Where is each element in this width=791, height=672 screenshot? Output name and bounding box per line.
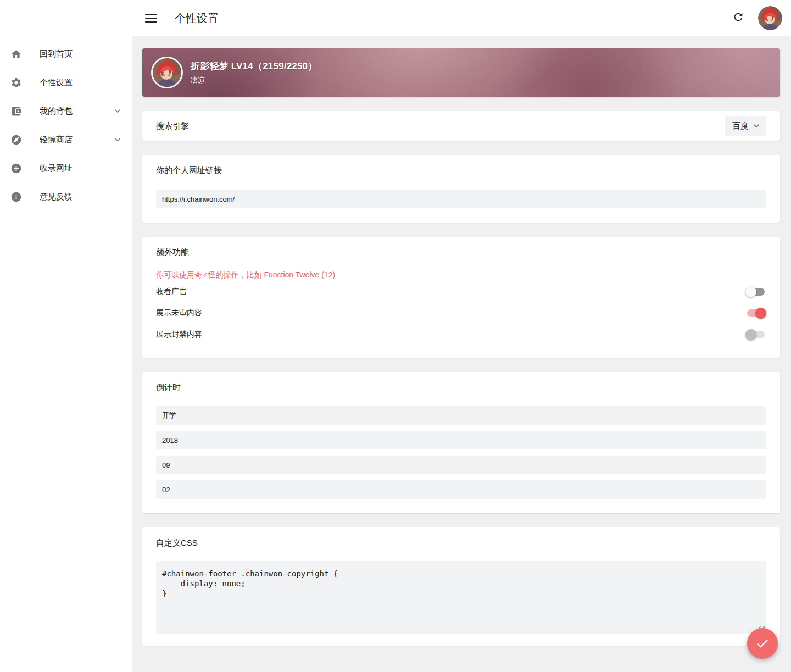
custom-css-title: 自定义CSS bbox=[156, 538, 766, 548]
personal-url-card: 你的个人网址链接 bbox=[142, 155, 780, 223]
avatar-image bbox=[758, 6, 782, 30]
custom-css-textarea[interactable]: #chainwon-footer .chainwon-copyright { d… bbox=[156, 561, 766, 634]
toggle-show-unreviewed[interactable] bbox=[745, 308, 766, 319]
profile-banner: 折影轻梦 LV14（2159/2250） 凄凉 bbox=[142, 48, 780, 97]
custom-css-wrap: #chainwon-footer .chainwon-copyright { d… bbox=[156, 561, 766, 634]
toggle-label: 收看广告 bbox=[156, 287, 187, 297]
user-avatar[interactable] bbox=[758, 6, 782, 30]
check-icon bbox=[755, 636, 770, 651]
extra-features-card: 额外功能 你可以使用奇♂怪的操作，比如 Function Twelve (12)… bbox=[142, 237, 780, 358]
search-engine-select[interactable]: 百度 bbox=[725, 116, 766, 136]
avatar-image bbox=[153, 58, 181, 87]
sidebar-item-label: 轻惋商店 bbox=[40, 135, 112, 145]
countdown-day-input[interactable] bbox=[156, 480, 766, 499]
app-header: 个性设置 bbox=[0, 0, 791, 36]
search-engine-label: 搜索引擎 bbox=[156, 121, 189, 131]
sidebar-item-submit-url[interactable]: 收录网址 bbox=[0, 154, 132, 182]
wallet-icon bbox=[10, 105, 22, 117]
footer-copyright: Copyright © 2018 轻惋导航. All rights reserv… bbox=[142, 660, 780, 672]
sidebar-item-settings[interactable]: 个性设置 bbox=[0, 68, 132, 97]
toggle-row-banned: 展示封禁内容 bbox=[156, 325, 766, 345]
countdown-year-input[interactable] bbox=[156, 431, 766, 449]
search-engine-selected: 百度 bbox=[732, 121, 749, 131]
toggle-show-banned[interactable] bbox=[745, 329, 766, 340]
main-content: 折影轻梦 LV14（2159/2250） 凄凉 搜索引擎 百度 你的个人网址链接… bbox=[132, 36, 791, 672]
sidebar-item-label: 我的背包 bbox=[40, 106, 112, 116]
refresh-icon bbox=[732, 11, 744, 25]
toggle-label: 展示未审内容 bbox=[156, 308, 202, 318]
chevron-down-icon bbox=[112, 105, 123, 116]
sidebar-item-label: 回到首页 bbox=[40, 49, 123, 59]
personal-url-input[interactable] bbox=[156, 190, 766, 208]
toggle-watch-ads[interactable] bbox=[745, 286, 766, 297]
countdown-name-input[interactable] bbox=[156, 406, 766, 425]
extra-features-title: 额外功能 bbox=[156, 247, 766, 258]
profile-texts: 折影轻梦 LV14（2159/2250） 凄凉 bbox=[191, 60, 317, 85]
countdown-title: 倒计时 bbox=[156, 382, 766, 393]
toggle-label: 展示封禁内容 bbox=[156, 330, 202, 340]
sidebar-item-home[interactable]: 回到首页 bbox=[0, 40, 132, 68]
custom-css-card: 自定义CSS #chainwon-footer .chainwon-copyri… bbox=[142, 527, 780, 646]
personal-url-label: 你的个人网址链接 bbox=[156, 165, 766, 176]
add-circle-icon bbox=[10, 162, 22, 174]
sidebar-item-store[interactable]: 轻惋商店 bbox=[0, 125, 132, 154]
toggle-row-unreviewed: 展示未审内容 bbox=[156, 303, 766, 323]
countdown-month-input[interactable] bbox=[156, 456, 766, 474]
home-icon bbox=[10, 48, 22, 60]
toggle-row-ads: 收看广告 bbox=[156, 282, 766, 302]
sidebar-item-feedback[interactable]: 意见反馈 bbox=[0, 182, 132, 211]
chevron-down-icon bbox=[112, 134, 123, 145]
refresh-button[interactable] bbox=[728, 8, 748, 28]
countdown-card: 倒计时 bbox=[142, 372, 780, 513]
page-title: 个性设置 bbox=[175, 11, 728, 26]
sidebar-item-backpack[interactable]: 我的背包 bbox=[0, 97, 132, 125]
sidebar-item-label: 收录网址 bbox=[40, 163, 123, 174]
gear-icon bbox=[10, 76, 22, 88]
menu-icon[interactable] bbox=[145, 14, 157, 23]
chevron-down-icon bbox=[751, 120, 762, 131]
compass-icon bbox=[10, 134, 22, 146]
profile-avatar[interactable] bbox=[151, 57, 183, 88]
save-fab-button[interactable] bbox=[747, 628, 778, 659]
sidebar-item-label: 个性设置 bbox=[40, 77, 123, 88]
profile-subtitle: 凄凉 bbox=[191, 75, 317, 85]
profile-name-level: 折影轻梦 LV14（2159/2250） bbox=[191, 60, 317, 73]
extra-features-note: 你可以使用奇♂怪的操作，比如 Function Twelve (12) bbox=[156, 270, 766, 280]
sidebar: 回到首页 个性设置 我的背包 轻惋商店 收录网址 意 bbox=[0, 37, 132, 672]
info-icon bbox=[10, 191, 22, 203]
search-engine-card: 搜索引擎 百度 bbox=[142, 111, 780, 141]
sidebar-item-label: 意见反馈 bbox=[40, 192, 123, 202]
